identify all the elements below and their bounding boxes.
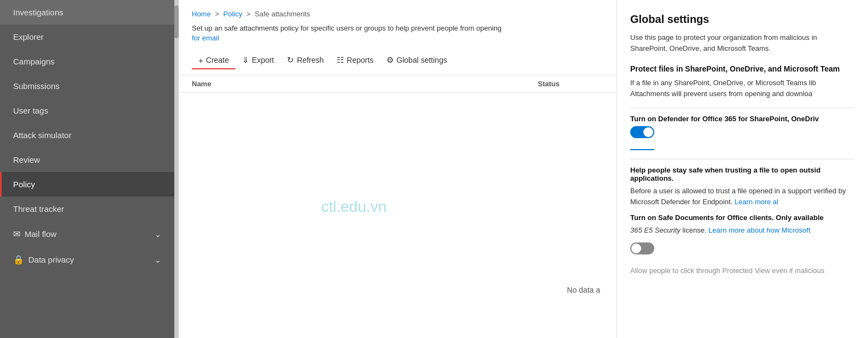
sidebar-item-mail-flow[interactable]: ✉ Mail flow ⌄	[0, 221, 174, 247]
sidebar-item-label: Mail flow	[25, 229, 56, 239]
toggle1-thumb	[643, 127, 653, 137]
sidebar-item-label: Attack simulator	[13, 131, 72, 140]
sidebar-item-submissions[interactable]: Submissions	[0, 74, 174, 98]
global-settings-panel: Global settings Use this page to protect…	[617, 0, 868, 338]
breadcrumb-policy[interactable]: Policy	[224, 10, 243, 18]
learn-more-link1[interactable]: Learn more al	[735, 198, 778, 206]
chevron-down-icon: ⌄	[155, 230, 161, 239]
sidebar: Investigations Explorer Campaigns Submis…	[0, 0, 174, 338]
scrollbar-track[interactable]	[174, 0, 179, 338]
sidebar-item-label: Threat tracker	[13, 204, 64, 214]
reports-label: Reports	[347, 56, 373, 64]
create-button[interactable]: + Create	[192, 52, 236, 69]
breadcrumb-sep1: >	[215, 10, 221, 18]
sidebar-item-label: Investigations	[13, 8, 63, 17]
sidebar-item-label: Review	[13, 155, 40, 164]
breadcrumb: Home > Policy > Safe attachments	[192, 10, 603, 18]
watermark: ctl.edu.vn	[321, 198, 386, 216]
scrollbar-thumb[interactable]	[174, 5, 179, 38]
sidebar-item-label: Campaigns	[13, 57, 55, 66]
toggle2-thumb	[631, 244, 641, 253]
refresh-icon: ↻	[287, 55, 294, 65]
panel-section3-title: Help people stay safe when trusting a fi…	[630, 166, 855, 182]
breadcrumb-sep2: >	[247, 10, 253, 18]
sidebar-item-data-privacy[interactable]: 🔒 Data privacy ⌄	[0, 247, 174, 272]
no-data-text: No data a	[567, 286, 600, 294]
toolbar: + Create ⇓ Export ↻ Refresh ☷ Reports ⚙ …	[179, 46, 617, 75]
reports-button[interactable]: ☷ Reports	[330, 52, 380, 69]
chart-icon: ☷	[337, 55, 344, 65]
section4-license: license.	[682, 226, 706, 234]
global-settings-button[interactable]: ⚙ Global settings	[380, 52, 454, 69]
sidebar-item-explorer[interactable]: Explorer	[0, 25, 174, 49]
sidebar-item-investigations[interactable]: Investigations	[0, 0, 174, 25]
toggle2[interactable]	[630, 242, 654, 254]
sidebar-item-label: Policy	[13, 180, 35, 189]
toggle1-container	[630, 126, 855, 138]
panel-section5-desc: Allow people to click through Protected …	[630, 265, 855, 276]
sidebar-item-policy[interactable]: Policy	[0, 172, 174, 197]
description-text: Set up an safe attachments policy for sp…	[192, 24, 502, 32]
top-area: Home > Policy > Safe attachments Set up …	[179, 0, 617, 46]
refresh-button[interactable]: ↻ Refresh	[280, 52, 330, 69]
sidebar-item-campaigns[interactable]: Campaigns	[0, 49, 174, 74]
panel-section2-title: Turn on Defender for Office 365 for Shar…	[630, 115, 855, 123]
section4-italic: 365 E5 Security	[630, 226, 681, 234]
sidebar-item-label: User tags	[13, 106, 48, 115]
breadcrumb-home[interactable]: Home	[192, 10, 211, 18]
toggle1[interactable]	[630, 126, 654, 138]
toggle1-border	[630, 149, 654, 150]
section4-title-part2: Only available	[776, 214, 823, 222]
global-settings-label: Global settings	[396, 56, 447, 64]
panel-description: Use this page to protect your organizati…	[630, 32, 855, 54]
sidebar-item-label: Data privacy	[28, 255, 74, 264]
sidebar-item-review[interactable]: Review	[0, 147, 174, 172]
sidebar-item-label: Submissions	[13, 81, 60, 91]
panel-title: Global settings	[630, 13, 855, 26]
plus-icon: +	[198, 56, 203, 65]
divider1	[630, 108, 855, 108]
table-area: Name Status ctl.edu.vn No data a	[179, 75, 617, 338]
refresh-label: Refresh	[297, 56, 324, 64]
divider2	[630, 159, 855, 159]
create-label: Create	[206, 56, 229, 64]
chevron-down-icon: ⌄	[155, 256, 161, 264]
column-name-header: Name	[192, 80, 538, 88]
sidebar-item-attack-simulator[interactable]: Attack simulator	[0, 123, 174, 147]
page-description: Set up an safe attachments policy for sp…	[192, 23, 603, 43]
main-content: Home > Policy > Safe attachments Set up …	[179, 0, 617, 338]
panel-section1-title: Protect files in SharePoint, OneDrive, a…	[630, 64, 855, 73]
panel-section4-desc: 365 E5 Security license. Learn more abou…	[630, 225, 855, 236]
description-link[interactable]: for email	[192, 34, 219, 42]
breadcrumb-current: Safe attachments	[255, 10, 310, 18]
column-status-header: Status	[538, 80, 603, 88]
export-button[interactable]: ⇓ Export	[236, 52, 280, 69]
panel-section3-desc: Before a user is allowed to trust a file…	[630, 186, 855, 207]
panel-section1-desc: If a file in any SharePoint, OneDrive, o…	[630, 78, 855, 99]
gear-icon: ⚙	[386, 55, 394, 65]
sidebar-item-threat-tracker[interactable]: Threat tracker	[0, 197, 174, 221]
sidebar-item-user-tags[interactable]: User tags	[0, 98, 174, 123]
learn-more-link2[interactable]: Learn more about how Microsoft	[708, 226, 810, 234]
sidebar-item-label: Explorer	[13, 32, 44, 41]
toggle2-container	[630, 242, 855, 254]
download-icon: ⇓	[242, 55, 249, 65]
panel-section4-title: Turn on Safe Documents for Office client…	[630, 214, 855, 222]
table-header: Name Status	[179, 75, 617, 93]
lock-icon: 🔒	[13, 254, 24, 265]
export-label: Export	[252, 56, 274, 64]
envelope-icon: ✉	[13, 229, 20, 239]
section4-title-part1: Turn on Safe Documents for Office client…	[630, 214, 774, 222]
